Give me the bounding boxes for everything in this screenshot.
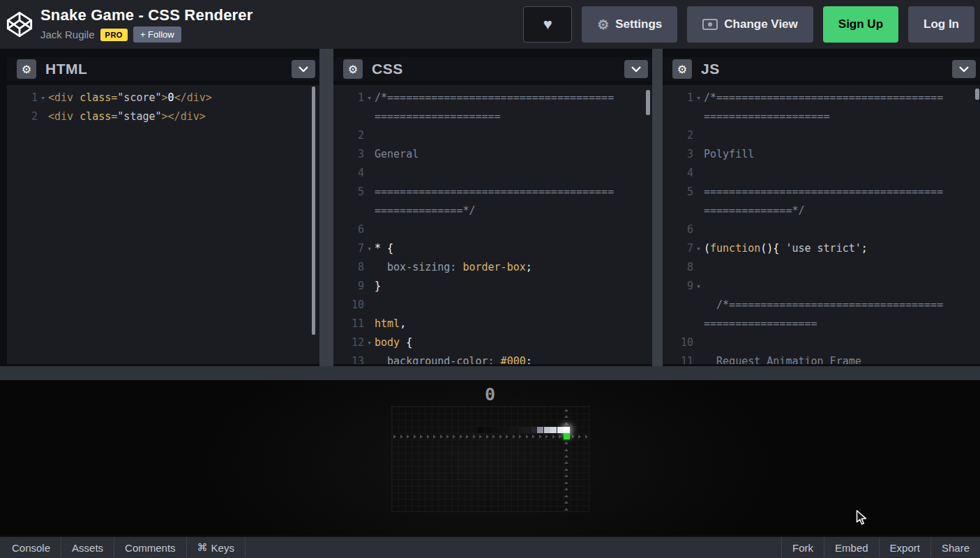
code-text: html, — [375, 315, 620, 333]
fold-spacer — [693, 183, 704, 220]
fold-arrow-icon[interactable]: ▾ — [364, 239, 375, 258]
html-settings-button[interactable]: ⚙ — [17, 59, 36, 79]
share-button[interactable]: Share — [930, 537, 980, 558]
login-button[interactable]: Log In — [908, 6, 974, 43]
line-number: 2 — [13, 107, 38, 126]
snake-cell — [537, 427, 543, 433]
code-line: 3Polyfill — [668, 145, 980, 164]
food-guide-dot — [564, 448, 568, 451]
line-number: 8 — [668, 258, 693, 277]
comments-button[interactable]: Comments — [114, 537, 187, 558]
codepen-logo-icon[interactable] — [6, 10, 33, 38]
game-stage — [391, 406, 589, 512]
fold-spacer — [364, 126, 375, 145]
food-guide-dot — [564, 422, 568, 425]
code-line: 4 — [339, 164, 652, 183]
signup-button[interactable]: Sign Up — [823, 6, 898, 43]
css-settings-button[interactable]: ⚙ — [343, 59, 363, 79]
line-number: 6 — [668, 220, 693, 239]
fold-arrow-icon[interactable]: ▾ — [364, 89, 375, 126]
fold-spacer — [693, 333, 704, 352]
line-number: 3 — [668, 145, 693, 164]
snake-cell — [491, 427, 497, 433]
pen-title: Snake Game - CSS Renderer — [40, 6, 253, 24]
code-text: Request Animation Frame — [704, 352, 949, 364]
fold-spacer — [364, 258, 375, 277]
food-guide-dot — [499, 435, 502, 439]
fold-arrow-icon[interactable]: ▾ — [693, 89, 704, 126]
line-number: 4 — [339, 164, 364, 183]
line-number — [668, 296, 693, 333]
fold-arrow-icon[interactable]: ▾ — [693, 239, 704, 258]
food-guide-dot — [519, 435, 522, 439]
mouse-cursor — [856, 510, 868, 525]
line-number: 7 — [668, 239, 693, 258]
change-view-button[interactable]: Change View — [687, 6, 813, 43]
code-text: } — [375, 277, 620, 296]
code-line: 10 — [668, 333, 980, 352]
panel-resize-gutter[interactable] — [319, 49, 333, 366]
export-button[interactable]: Export — [879, 537, 930, 558]
code-line: 3General — [339, 145, 652, 164]
code-text — [704, 126, 949, 145]
css-scrollbar[interactable] — [646, 90, 650, 115]
code-text: ========================================… — [704, 183, 949, 220]
code-line: 2 — [668, 126, 980, 145]
editor-preview-resize-handle[interactable] — [0, 366, 980, 380]
js-settings-button[interactable]: ⚙ — [672, 59, 692, 79]
code-text: /*======================================… — [704, 89, 949, 126]
food-guide-dot — [427, 435, 430, 439]
assets-button[interactable]: Assets — [61, 537, 114, 558]
panel-resize-gutter[interactable] — [652, 49, 663, 366]
code-text — [704, 333, 949, 352]
food-guide-dot — [479, 435, 482, 439]
editor-section: ⚙ HTML 1▾<div class="score">0</div>2<div… — [0, 49, 980, 366]
fold-arrow-icon[interactable]: ▾ — [38, 89, 48, 107]
line-number: 4 — [668, 164, 693, 183]
css-panel-title: CSS — [372, 61, 403, 77]
code-line: 8 box-sizing: border-box; — [339, 258, 652, 277]
change-view-icon — [702, 19, 718, 30]
code-text: ========================================… — [375, 183, 620, 220]
code-line: 9▾ — [668, 277, 980, 296]
code-line: 10 — [339, 296, 652, 315]
food-guide-dot — [526, 435, 529, 439]
code-line: 12▾body { — [339, 333, 652, 352]
keys-button[interactable]: ⌘ Keys — [187, 537, 246, 558]
css-collapse-button[interactable] — [624, 60, 648, 78]
food-guide-dot — [564, 461, 568, 464]
js-code-editor[interactable]: 1▾/*====================================… — [663, 85, 980, 364]
footer-bar: Console Assets Comments ⌘ Keys Fork Embe… — [0, 536, 980, 558]
fold-spacer — [693, 164, 704, 183]
code-line: 6 — [339, 220, 652, 239]
food-guide-dot — [564, 508, 568, 511]
settings-button[interactable]: ⚙ Settings — [582, 6, 677, 43]
food-guide-dot — [446, 435, 449, 439]
js-collapse-button[interactable] — [952, 60, 976, 78]
fold-spacer — [693, 352, 704, 364]
top-header: Snake Game - CSS Renderer Jack Rugile PR… — [0, 0, 980, 49]
console-button[interactable]: Console — [1, 537, 61, 558]
fork-button[interactable]: Fork — [781, 537, 824, 558]
settings-label: Settings — [615, 17, 662, 31]
code-line: 2 — [339, 126, 652, 145]
html-code-editor[interactable]: 1▾<div class="score">0</div>2<div class=… — [7, 85, 319, 364]
code-text: box-sizing: border-box; — [375, 258, 620, 277]
code-line: 4 — [668, 164, 980, 183]
food-guide-dot — [539, 435, 542, 439]
follow-button[interactable]: + Follow — [133, 27, 181, 43]
css-code-editor[interactable]: 1▾/*====================================… — [333, 85, 652, 364]
snake-cell — [518, 427, 524, 433]
code-line: 5=======================================… — [668, 183, 980, 220]
embed-button[interactable]: Embed — [824, 537, 879, 558]
line-number: 6 — [339, 220, 364, 239]
line-number: 2 — [668, 126, 693, 145]
author-link[interactable]: Jack Rugile — [40, 29, 95, 40]
js-scrollbar[interactable] — [975, 89, 979, 100]
love-button[interactable]: ♥ — [523, 6, 572, 43]
html-scrollbar[interactable] — [312, 86, 315, 335]
html-collapse-button[interactable] — [292, 60, 315, 78]
fold-arrow-icon[interactable]: ▾ — [364, 333, 375, 352]
fold-arrow-icon[interactable]: ▾ — [693, 277, 704, 296]
snake-cell — [478, 427, 484, 433]
